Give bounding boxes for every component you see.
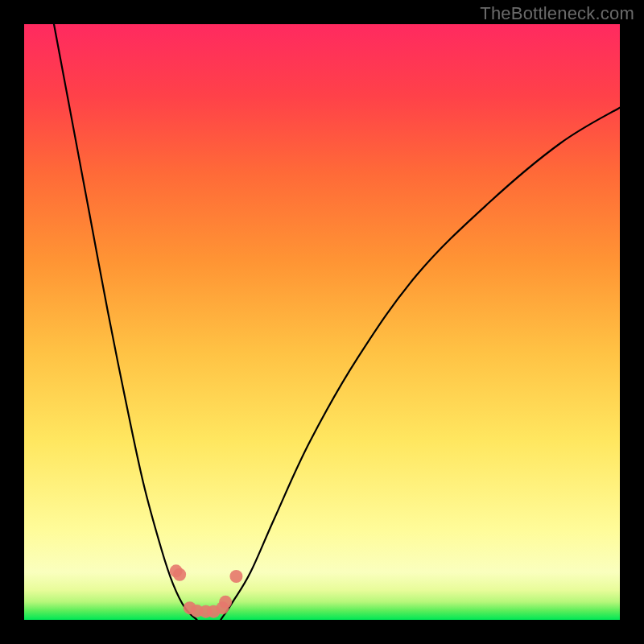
- curve-layer: [24, 24, 620, 620]
- plot-area: [24, 24, 620, 620]
- curve-right-arm: [221, 108, 620, 620]
- data-marker: [173, 568, 186, 581]
- data-marker: [229, 570, 242, 583]
- marker-group: [170, 564, 243, 617]
- watermark-text: TheBottleneck.com: [480, 3, 634, 24]
- chart-container: TheBottleneck.com: [0, 0, 644, 644]
- curve-left-arm: [54, 24, 197, 620]
- data-marker: [219, 596, 232, 609]
